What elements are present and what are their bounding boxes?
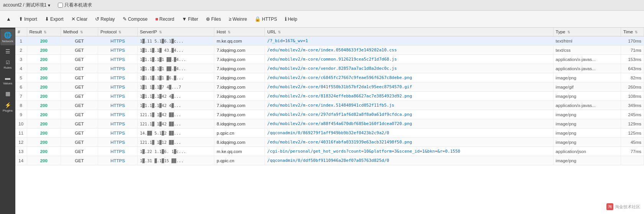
sidebar: 🌐 Network ☰ ☑ Rules ▬ Values ▦ ⚡ Plugins [0,28,15,214]
cell-status: 200 [27,73,61,82]
table-row[interactable]: 2200GETHTTPS1▓1.1▓.1▓ 43.▓4...7.idqqimg.… [15,46,644,55]
main-layout: 🌐 Network ☰ ☑ Rules ▬ Values ▦ ⚡ Plugins [0,28,644,214]
table-header: # Result ⇅ Method ⇅ Protocol ⇅ ServerIP … [15,28,644,36]
sidebar-item-list[interactable]: ☰ [0,46,15,57]
table-row[interactable]: 7200GETHTTPS1▓1.1▓.1▓42 4▓...7.idqqimg.c… [15,92,644,101]
filter-button[interactable]: ▼ Filter [179,15,202,23]
cell-serverip: 1▓1 1▓.1▓7 4▓...7 [137,82,214,92]
account-label: account2 / 测试环境1 [3,2,46,8]
up-arrow-icon: ▲ [6,16,11,22]
cell-host: p.qpic.cn [214,156,265,165]
sidebar-values-label: Values [3,82,12,85]
cell-time: 129ms [621,119,644,128]
cell-method: GET [61,55,98,64]
table-row[interactable]: 3200GETHTTPS1▓1.1▓.1▓1 ▓▓.▓4...7.idqqimg… [15,55,644,64]
table-body: 1200GETHTTPS1▓.11 5.1▓6.1▓c...m.ke.qq.co… [15,36,644,165]
col-result[interactable]: Result ⇅ [27,28,61,36]
plugins-icon: ⚡ [5,102,11,108]
cell-num: 9 [15,110,27,119]
cell-serverip: 1▓1.1▓.1▓1 ▓6.▓... [137,73,214,82]
sidebar-item-network[interactable]: 🌐 Network [0,29,15,45]
sidebar-item-rules[interactable]: ☑ Rules [0,58,15,72]
table-row[interactable]: 6200GETHTTPS1▓1 1▓.1▓7 4▓...77.idqqimg.c… [15,82,644,92]
sidebar-plugins-label: Plugins [3,109,13,112]
local-only-filter[interactable]: 只看本机请求 [58,2,92,8]
export-button[interactable]: ⬇ Export [42,15,67,23]
table-row[interactable]: 10200GETHTTPS121.1▓ 1▓42 ▓▓...8.idqqimg.… [15,119,644,128]
local-only-checkbox[interactable] [58,3,63,8]
compose-button[interactable]: ✎ Compose [120,15,151,23]
clear-button[interactable]: ✕ Clear [68,15,91,23]
col-serverip[interactable]: ServerIP ⇅ [137,28,214,36]
https-button[interactable]: 🔒 HTTPS [251,15,280,23]
table-row[interactable]: 5200GETHTTPS1▓1.1▓.1▓1 ▓6.▓...7.idqqimg.… [15,73,644,82]
replay-button[interactable]: ↺ Replay [92,15,118,23]
table-row[interactable]: 8200GETHTTPS1▓1.1▓.1▓42 4▓...7.idqqimg.c… [15,101,644,110]
table-row[interactable]: 4200GETHTTPS1▓1.1▓.1▓1 ▓▓.▓4...7.idqqimg… [15,64,644,73]
col-time[interactable]: Time ⇅ [621,28,644,36]
record-button[interactable]: ■ Record [152,15,177,23]
filter-label: Filter [188,16,198,22]
replay-icon: ↺ [95,16,99,22]
cell-host: m.ke.qq.com [214,36,265,46]
cell-serverip: 1▓1.1▓.1▓1 ▓▓.▓4... [137,64,214,73]
clear-icon: ✕ [71,16,76,22]
cell-num: 10 [15,119,27,128]
help-button[interactable]: ℹ Help [282,15,301,23]
import-button[interactable]: ⬆ Import [16,15,40,23]
values-icon: ▬ [5,75,10,81]
table-row[interactable]: 12200GETHTTPS121.1▓ 1▓12 ▓▓...8.idqqimg.… [15,138,644,147]
cell-method: GET [61,36,98,46]
cell-num: 7 [15,92,27,101]
table-row[interactable]: 14200GETHTTPS1▓.31 ▓.1▓15 ▓▓...p.qpic.cn… [15,156,644,165]
weinre-icon: ≥ [228,16,231,22]
cell-type: image/png [553,119,621,128]
cell-type: application/json [553,147,621,156]
sidebar-item-grid[interactable]: ▦ [0,88,15,99]
cell-time: 125ms [621,128,644,138]
cell-time: 153ms [621,55,644,64]
cell-method: GET [61,101,98,110]
col-host[interactable]: Host ⇅ [214,28,265,36]
col-type[interactable]: Type ⇅ [553,28,621,36]
cell-num: 14 [15,156,27,165]
table-row[interactable]: 1200GETHTTPS1▓.11 5.1▓6.1▓c...m.ke.qq.co… [15,36,644,46]
cell-method: GET [61,128,98,138]
cell-serverip: 1▓.31 ▓.1▓15 ▓▓... [137,156,214,165]
help-label: Help [288,16,297,22]
cell-status: 200 [27,147,61,156]
sidebar-rules-label: Rules [4,66,12,69]
cell-protocol: HTTPS [98,46,138,55]
weinre-button[interactable]: ≥ Weinre [225,15,250,23]
scroll-up-button[interactable]: ▲ [3,15,14,23]
cell-serverip: 121.1▓ 1▓42 ▓▓... [137,110,214,119]
account-selector[interactable]: account2 / 测试环境1 ▾ [3,2,50,8]
table-row[interactable]: 11200GETHTTPS14.▓▓ 5.1▓2 ▓▓...p.qpic.cn/… [15,128,644,138]
cell-method: GET [61,92,98,101]
cell-num: 2 [15,46,27,55]
network-table: # Result ⇅ Method ⇅ Protocol ⇅ ServerIP … [15,28,644,165]
table-row[interactable]: 13200GETHTTPS1▓.22 1.1▓6. 1▓c...m.ke.qq.… [15,147,644,156]
cell-method: GET [61,110,98,119]
sidebar-item-values[interactable]: ▬ Values [0,72,15,87]
cell-host: 7.idqqimg.com [214,92,265,101]
cell-type: text/html [553,36,621,46]
cell-serverip: 1▓.22 1.1▓6. 1▓c... [137,147,214,156]
sidebar-item-plugins[interactable]: ⚡ Plugins [0,100,15,115]
cell-serverip: 121.1▓ 1▓42 ▓▓... [137,119,214,128]
cell-url: /edu/mobilev2/m-core/a88f454a670dbf685be… [265,119,553,128]
col-method[interactable]: Method ⇅ [61,28,98,36]
files-button[interactable]: ⊕ Files [203,15,224,23]
cell-url: /edu/mobilev2/m-core/297dfa9f1af6d82a8f8… [265,110,553,119]
table-row[interactable]: 9200GETHTTPS121.1▓ 1▓42 ▓▓...7.idqqimg.c… [15,110,644,119]
table-container[interactable]: # Result ⇅ Method ⇅ Protocol ⇅ ServerIP … [15,28,644,214]
cell-host: 7.idqqimg.com [214,82,265,92]
cell-num: 11 [15,128,27,138]
cell-type: application/x-javas... [553,55,621,64]
col-protocol[interactable]: Protocol ⇅ [98,28,138,36]
cell-time: 77ms [621,147,644,156]
col-url[interactable]: URL ⇅ [265,28,553,36]
files-icon: ⊕ [206,16,210,22]
cell-serverip: 1▓1.1▓.1▓42 4▓... [137,92,214,101]
cell-status: 200 [27,156,61,165]
